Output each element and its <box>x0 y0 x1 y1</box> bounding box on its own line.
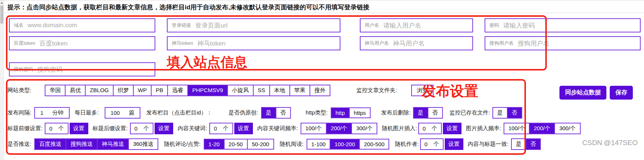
shenma-username-field[interactable]: 神马用户名 神马用户名 <box>360 36 473 50</box>
random-author-value: 0 <box>425 141 428 147</box>
site-type-selector[interactable]: 帝国易优ZBLOG织梦WPPB迅睿PHPCMSV9小旋风SS本地苹果搜外 <box>45 85 330 96</box>
title-prefix-input[interactable]: 0 个 <box>45 123 68 134</box>
site-type-selector-option-6[interactable]: 迅睿 <box>167 85 187 95</box>
random-image-label: 随机图片插入: <box>382 125 417 132</box>
title-suffix-label: 标题后缀设置: <box>93 125 128 132</box>
sogou-username-placeholder: 搜狗用户名 <box>518 39 549 48</box>
domain-label: 域名 <box>14 22 23 29</box>
password-placeholder: 请输入密码 <box>503 21 535 30</box>
push-toggle-option-3[interactable]: 360推送 <box>128 139 158 149</box>
content-keywords-set-button[interactable]: 设置 <box>234 123 253 134</box>
username-field[interactable]: 用户名 请输入用户名 <box>360 18 473 32</box>
http-type-toggle[interactable]: httphttps <box>331 107 371 118</box>
delete-after-toggle-option-0[interactable]: 是 <box>414 108 428 118</box>
delete-after-toggle-option-1[interactable]: 否 <box>428 108 442 118</box>
save-button[interactable]: 保存 <box>610 86 633 100</box>
title-match-label: 内容与标题一致: <box>468 141 508 148</box>
site-info-annotation: 填入站点信息 <box>167 53 247 72</box>
random-image-set-button[interactable]: 设置 <box>443 123 461 134</box>
site-type-selector-option-8[interactable]: 小旋风 <box>227 85 253 95</box>
divider <box>0 13 644 13</box>
sogou-username-field[interactable]: 搜狗用户名 搜狗用户名 <box>485 36 641 50</box>
interval-unit: 分钟 <box>53 109 64 116</box>
daily-max-value: 100 <box>111 110 120 116</box>
random-author-set-button[interactable]: 设置 <box>445 138 463 150</box>
random-image-input[interactable]: 0 个 <box>418 123 442 134</box>
pseudo-original-toggle[interactable]: 是否 <box>261 107 291 119</box>
title-match-toggle-option-0[interactable]: 是 <box>512 139 526 149</box>
pseudo-original-toggle-option-0[interactable]: 是 <box>262 108 276 118</box>
random-reads-toggle-option-1[interactable]: 100-200 <box>330 139 359 149</box>
title-match-toggle-option-1[interactable]: 否 <box>526 139 540 149</box>
left-scrollbar[interactable] <box>0 0 4 160</box>
sogou-password-placeholder: 搜狗密码 <box>37 65 63 74</box>
scroll-up-icon[interactable] <box>1 2 3 4</box>
sogou-password-field[interactable]: 搜狗密码 搜狗密码 <box>9 62 155 76</box>
title-suffix-input[interactable]: 0 个 <box>130 123 153 134</box>
monitor-existing-label: 监控已存在文件: <box>450 109 490 116</box>
push-toggle-option-2[interactable]: 神马推送 <box>97 139 128 149</box>
shenma-token-placeholder: 神马token <box>197 39 226 48</box>
push-toggle[interactable]: 百度推送搜狗推送神马推送360推送 <box>34 138 158 150</box>
site-type-selector-option-4[interactable]: WP <box>133 85 151 95</box>
delete-after-label: 发布后删除: <box>381 109 410 116</box>
http-type-toggle-option-0[interactable]: http <box>331 108 349 117</box>
site-type-selector-option-11[interactable]: 苹果 <box>289 85 310 95</box>
title-suffix-set-button[interactable]: 设置 <box>155 123 173 134</box>
monitor-existing-toggle-option-0[interactable]: 是 <box>493 108 507 118</box>
baidu-token-field[interactable]: 百度token 百度token <box>9 36 155 50</box>
scrollbar-thumb[interactable] <box>0 6 3 23</box>
monitor-existing-toggle-option-1[interactable]: 否 <box>507 108 521 118</box>
column-id-label: 发布栏目（点击栏目id）： <box>146 109 212 116</box>
random-reads-toggle-option-0[interactable]: 1-100 <box>307 139 330 149</box>
daily-max-unit: 篇 <box>129 109 134 116</box>
keyword-freq-toggle-option-1[interactable]: 200/个 <box>326 123 351 134</box>
keyword-freq-toggle[interactable]: 100/个200/个300/个 <box>301 123 378 134</box>
interval-input[interactable]: 1 分钟 <box>34 107 69 119</box>
monitor-existing-toggle[interactable]: 是否 <box>492 107 522 119</box>
image-freq-toggle-option-0[interactable]: 100/个 <box>504 123 529 134</box>
random-reads-toggle[interactable]: 1-100100-200200-500 <box>307 139 390 150</box>
image-freq-toggle[interactable]: 100/个200/个300/个 <box>504 123 581 134</box>
password-field[interactable]: 密码 请输入密码 <box>485 18 641 32</box>
browse-button[interactable]: 浏览 <box>411 85 434 96</box>
image-freq-toggle-option-1[interactable]: 200/个 <box>529 123 554 134</box>
shenma-token-field[interactable]: 神马token 神马token <box>167 36 340 50</box>
daily-max-input[interactable]: 100 篇 <box>105 107 140 119</box>
site-type-selector-option-7[interactable]: PHPCMSV9 <box>187 85 227 95</box>
random-comments-toggle-option-1[interactable]: 20-50 <box>224 139 247 149</box>
pseudo-original-toggle-option-1[interactable]: 否 <box>276 108 290 118</box>
site-type-selector-option-10[interactable]: 本地 <box>269 85 289 95</box>
title-prefix-set-button[interactable]: 设置 <box>70 123 88 134</box>
login-url-field[interactable]: 登录链接 登录页面url <box>167 18 340 32</box>
site-type-selector-option-2[interactable]: ZBLOG <box>85 85 113 95</box>
random-comments-label: 随机评论/点赞: <box>164 141 200 148</box>
content-keywords-input[interactable]: 0 个 <box>209 123 233 134</box>
monitor-folder-label: 监控文章文件夹: <box>356 87 397 94</box>
random-author-input[interactable]: 0 个 <box>420 138 444 150</box>
shenma-token-label: 神马token <box>172 40 193 47</box>
content-keywords-unit: 个 <box>223 125 229 132</box>
domain-field[interactable]: 域名 www.domain.com <box>9 18 155 32</box>
site-type-selector-option-0[interactable]: 帝国 <box>45 85 65 95</box>
site-type-selector-option-3[interactable]: 织梦 <box>113 85 133 95</box>
http-type-toggle-option-1[interactable]: https <box>349 108 370 117</box>
random-comments-toggle[interactable]: 1-2020-5050-200 <box>204 139 274 150</box>
random-reads-toggle-option-2[interactable]: 200-500 <box>359 139 388 149</box>
random-comments-toggle-option-0[interactable]: 1-20 <box>204 139 224 149</box>
sync-site-data-button[interactable]: 同步站点数据 <box>559 86 606 100</box>
site-type-selector-option-5[interactable]: PB <box>151 85 167 95</box>
keyword-freq-toggle-option-0[interactable]: 100/个 <box>301 123 326 134</box>
site-type-selector-option-12[interactable]: 搜外 <box>310 85 330 95</box>
random-comments-toggle-option-2[interactable]: 50-200 <box>247 139 273 149</box>
delete-after-toggle[interactable]: 是否 <box>413 107 443 119</box>
site-type-selector-option-1[interactable]: 易优 <box>65 85 85 95</box>
push-toggle-option-0[interactable]: 百度推送 <box>35 139 66 149</box>
site-type-selector-option-9[interactable]: SS <box>253 85 269 95</box>
title-match-toggle[interactable]: 是否 <box>511 138 541 150</box>
keyword-freq-toggle-option-2[interactable]: 300/个 <box>351 123 377 134</box>
image-freq-toggle-option-2[interactable]: 300/个 <box>554 123 580 134</box>
push-toggle-option-1[interactable]: 搜狗推送 <box>66 139 97 149</box>
publish-options-row: 发布间隔: 1 分钟 每日最多: 100 篇 发布栏目（点击栏目id）： 是否伪… <box>7 107 522 119</box>
sogou-password-label: 搜狗密码 <box>14 66 33 73</box>
